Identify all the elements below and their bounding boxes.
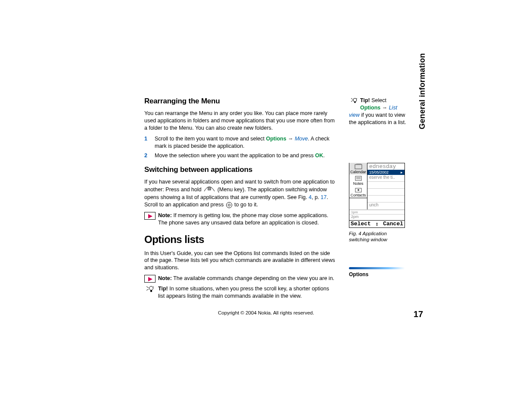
svg-line-15: [146, 286, 149, 288]
step-number: 1: [144, 135, 150, 150]
main-content: Rearranging the Menu You can rearrange t…: [144, 97, 429, 302]
svg-line-17: [153, 286, 154, 287]
step-2: 2 Move the selection where you want the …: [144, 152, 336, 159]
tip-callout: Tip! In some situations, when you press …: [144, 285, 336, 300]
t: The available commands change depending …: [172, 275, 334, 281]
options-link: Options: [266, 136, 286, 142]
heading-rearranging: Rearranging the Menu: [144, 97, 336, 106]
note-icon: [144, 212, 156, 220]
page-number: 17: [414, 309, 423, 319]
paragraph: In this User's Guide, you can see the Op…: [144, 250, 336, 272]
t: In some situations, when you press the s…: [158, 286, 329, 299]
tip-label: Tip!: [158, 286, 168, 292]
move-link: Move: [295, 136, 308, 142]
step-1: 1 Scroll to the item you want to move an…: [144, 135, 336, 150]
note-callout: Note: The available commands change depe…: [144, 275, 336, 283]
t: .: [323, 153, 324, 159]
t: If memory is getting low, the phone may …: [158, 212, 328, 226]
svg-rect-14: [150, 290, 152, 292]
menu-key-icon: S: [204, 186, 215, 194]
page-ref: 17: [320, 194, 327, 200]
svg-line-16: [146, 289, 149, 290]
copyright-footer: Copyright © 2004 Nokia. All rights reser…: [0, 310, 532, 315]
arrow: →: [286, 136, 295, 142]
ok-link: OK: [315, 153, 323, 159]
paragraph: You can rearrange the Menu in any order …: [144, 110, 336, 132]
t: Scroll to the item you want to move and …: [155, 136, 266, 142]
paragraph: If you have several applications open an…: [144, 178, 336, 209]
note-callout: Note: If memory is getting low, the phon…: [144, 212, 336, 227]
scroll-key-icon: [226, 202, 232, 208]
heading-options-lists: Options lists: [144, 234, 336, 246]
t: Move the selection where you want the ap…: [155, 153, 315, 159]
heading-switching: Switching between applications: [144, 165, 336, 174]
note-label: Note:: [158, 212, 172, 218]
note-icon: [144, 275, 156, 283]
tip-icon: [144, 285, 156, 293]
step-number: 2: [144, 152, 150, 159]
svg-text:S: S: [208, 187, 210, 190]
svg-point-13: [149, 286, 153, 290]
note-label: Note:: [158, 275, 172, 281]
